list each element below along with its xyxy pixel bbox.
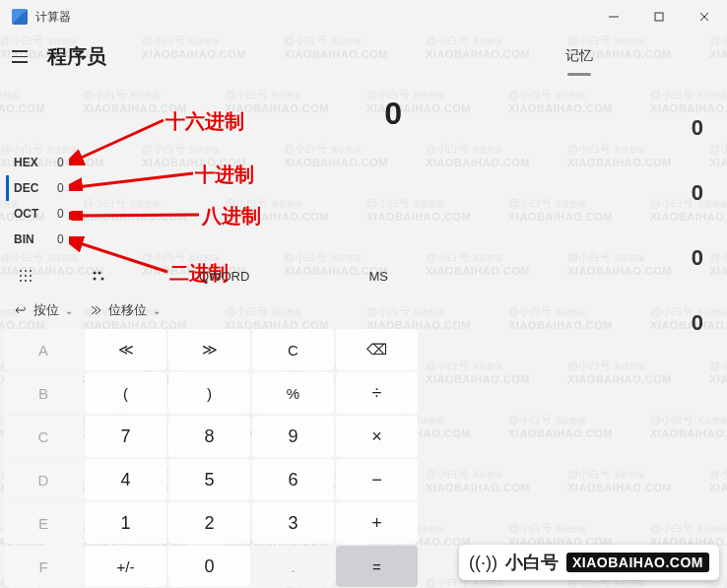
svg-point-8 bbox=[25, 275, 27, 277]
close-button[interactable] bbox=[682, 0, 727, 33]
key-b: B bbox=[4, 372, 83, 414]
key-clear[interactable]: C bbox=[252, 329, 334, 370]
key-5[interactable]: 5 bbox=[168, 459, 250, 500]
bitwise-dropdown[interactable]: 按位 ⌄ bbox=[14, 301, 73, 319]
svg-point-7 bbox=[20, 275, 22, 277]
key-3[interactable]: 3 bbox=[252, 502, 334, 544]
key-8[interactable]: 8 bbox=[168, 416, 250, 457]
svg-point-14 bbox=[99, 272, 101, 275]
key-subtract[interactable]: − bbox=[336, 459, 418, 500]
bit-toggle-icon[interactable] bbox=[87, 264, 110, 288]
key-6[interactable]: 6 bbox=[252, 459, 334, 500]
radix-value-bin: 0 bbox=[57, 232, 64, 246]
key-d: D bbox=[4, 459, 83, 500]
svg-point-9 bbox=[30, 275, 32, 277]
key-lshift[interactable]: ≪ bbox=[85, 329, 166, 370]
app-title: 计算器 bbox=[35, 9, 591, 26]
app-icon bbox=[12, 9, 28, 25]
svg-point-6 bbox=[30, 270, 32, 272]
bitwise-icon bbox=[14, 303, 28, 317]
radix-label-bin: BIN bbox=[14, 232, 45, 246]
svg-point-12 bbox=[30, 280, 32, 282]
svg-point-13 bbox=[94, 272, 97, 275]
svg-rect-1 bbox=[655, 13, 663, 21]
titlebar: 计算器 bbox=[0, 0, 727, 33]
key-4[interactable]: 4 bbox=[85, 459, 166, 500]
mode-title: 程序员 bbox=[47, 43, 106, 70]
radix-label-hex: HEX bbox=[14, 156, 45, 169]
word-size-button[interactable]: QWORD bbox=[199, 269, 249, 284]
memory-panel: 记忆 0 0 0 0 bbox=[431, 47, 727, 375]
key-divide[interactable]: ÷ bbox=[336, 372, 418, 414]
key-multiply[interactable]: × bbox=[336, 416, 418, 457]
radix-value-dec: 0 bbox=[57, 181, 64, 195]
key-decimal: . bbox=[252, 546, 334, 587]
minimize-button[interactable] bbox=[591, 0, 636, 33]
radix-label-dec: DEC bbox=[14, 181, 45, 195]
memory-item[interactable]: 0 bbox=[455, 115, 703, 141]
bitshift-label: 位移位 bbox=[108, 301, 147, 319]
svg-point-4 bbox=[20, 270, 22, 272]
key-0[interactable]: 0 bbox=[168, 546, 250, 587]
radix-label-oct: OCT bbox=[14, 207, 45, 221]
chevron-down-icon: ⌄ bbox=[153, 305, 161, 316]
key-negate[interactable]: +/- bbox=[85, 546, 166, 587]
key-f: F bbox=[4, 546, 83, 587]
menu-button[interactable] bbox=[12, 47, 32, 67]
key-add[interactable]: + bbox=[336, 502, 418, 544]
svg-point-11 bbox=[25, 280, 27, 282]
bitshift-dropdown[interactable]: 位移位 ⌄ bbox=[89, 301, 161, 319]
memory-item[interactable]: 0 bbox=[455, 245, 703, 271]
memory-divider bbox=[567, 73, 591, 76]
key-lparen[interactable]: ( bbox=[85, 372, 166, 414]
memory-item[interactable]: 0 bbox=[455, 180, 703, 206]
svg-point-15 bbox=[94, 278, 97, 281]
radix-value-hex: 0 bbox=[57, 156, 64, 169]
maximize-button[interactable] bbox=[636, 0, 682, 33]
key-1[interactable]: 1 bbox=[85, 502, 166, 544]
memory-store-button[interactable]: MS bbox=[369, 269, 389, 284]
memory-item[interactable]: 0 bbox=[455, 310, 703, 336]
key-e: E bbox=[4, 502, 83, 544]
key-9[interactable]: 9 bbox=[252, 416, 334, 457]
key-backspace[interactable]: ⌫ bbox=[336, 329, 418, 370]
bitshift-icon bbox=[89, 303, 102, 317]
svg-point-10 bbox=[20, 280, 22, 282]
key-c: C bbox=[4, 416, 83, 457]
full-keypad-icon[interactable] bbox=[14, 264, 37, 288]
key-equals[interactable]: = bbox=[336, 546, 418, 587]
key-rshift[interactable]: ≫ bbox=[168, 329, 250, 370]
memory-title: 记忆 bbox=[455, 47, 703, 65]
bitwise-label: 按位 bbox=[33, 301, 59, 319]
keypad: A ≪ ≫ C ⌫ B ( ) % ÷ C 7 8 9 × D 4 5 6 − … bbox=[0, 329, 414, 588]
key-rparen[interactable]: ) bbox=[168, 372, 250, 414]
key-mod[interactable]: % bbox=[252, 372, 334, 414]
key-7[interactable]: 7 bbox=[85, 416, 166, 457]
key-2[interactable]: 2 bbox=[168, 502, 250, 544]
svg-point-16 bbox=[101, 278, 104, 281]
svg-point-5 bbox=[25, 270, 27, 272]
chevron-down-icon: ⌄ bbox=[65, 305, 73, 316]
key-a: A bbox=[4, 329, 83, 370]
radix-value-oct: 0 bbox=[57, 207, 64, 221]
